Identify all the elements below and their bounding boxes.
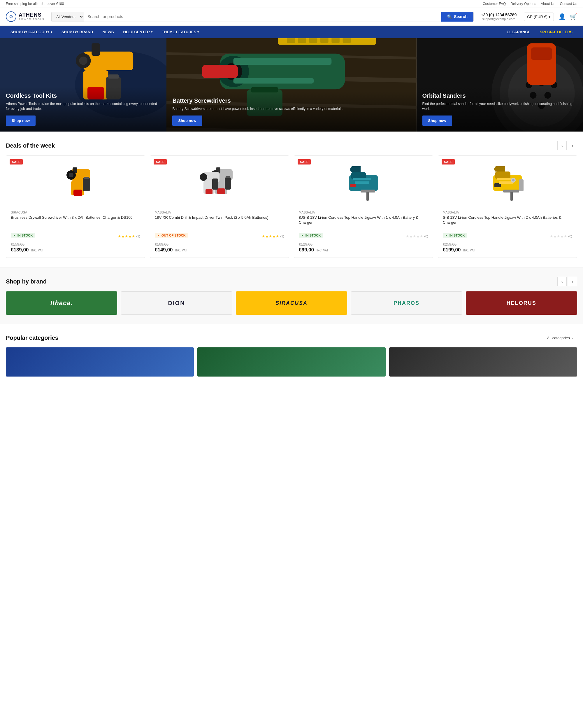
hero-card-1[interactable]: Cordless Tool Kits Athens Power Tools pr… <box>0 38 166 132</box>
nav-news[interactable]: NEWS <box>98 26 119 38</box>
logo-text: ATHENS POWER TOOLS <box>19 12 45 21</box>
product-reviews-4: (0) <box>568 234 572 238</box>
svg-rect-17 <box>287 38 295 43</box>
product-price-old-3: €129,00 <box>299 242 428 246</box>
search-input[interactable] <box>84 12 441 22</box>
popular-title: Popular categories <box>6 335 58 341</box>
svg-rect-18 <box>298 38 306 43</box>
product-stars-3: ★★★★★ <box>406 234 423 239</box>
product-brand-1: SIRACUSA <box>11 211 140 214</box>
logo-brand: ATHENS <box>19 12 45 18</box>
brands-header: Shop by brand ‹ › <box>6 277 577 286</box>
sale-badge-3: SALE <box>298 159 311 164</box>
chevron-down-icon: ▾ <box>197 30 199 33</box>
svg-rect-62 <box>205 189 213 194</box>
brand-siracusa[interactable]: SIRACUSA <box>236 291 347 315</box>
search-bar: All Vendors 🔍 Search <box>51 12 474 22</box>
category-card-2[interactable] <box>197 347 385 376</box>
hero-overlay-1: Cordless Tool Kits Athens Power Tools pr… <box>0 87 166 132</box>
deals-header: Deals of the week ‹ › <box>6 141 577 150</box>
hero-card-2[interactable]: Battery Screwdrivers Battery Screwdriver… <box>166 38 416 132</box>
nav-left: SHOP BY CATEGORY ▾ SHOP BY BRAND NEWS HE… <box>6 26 502 38</box>
nav-right: CLEARANCE SPECIAL OFFERS <box>502 26 577 38</box>
nav-shop-by-brand[interactable]: SHOP BY BRAND <box>57 26 98 38</box>
svg-rect-58 <box>226 176 230 178</box>
svg-rect-42 <box>531 47 552 60</box>
product-price-old-4: €259,00 <box>443 242 572 246</box>
svg-rect-69 <box>353 178 371 180</box>
link-customer-faq[interactable]: Customer FAQ <box>483 2 506 6</box>
nav-theme-features[interactable]: THEME FEATURES ▾ <box>157 26 203 38</box>
product-stars-1: ★★★★★ <box>118 234 135 239</box>
hero-title-3: Orbital Sanders <box>422 93 577 99</box>
deals-prev-arrow[interactable]: ‹ <box>557 141 567 150</box>
category-card-3[interactable] <box>389 347 577 376</box>
product-name-4: S-B 18V Li-ion Cordless Top Handle Jigsa… <box>443 215 572 230</box>
brand-ithaca[interactable]: Ithaca. <box>6 291 117 315</box>
phone-number: +30 (0) 1234 56789 <box>478 12 519 17</box>
svg-rect-48 <box>74 189 82 196</box>
brands-nav-arrows: ‹ › <box>557 277 577 286</box>
nav-shop-by-category[interactable]: SHOP BY CATEGORY ▾ <box>6 26 57 38</box>
all-categories-button[interactable]: All categories › <box>543 334 577 342</box>
sale-badge-4: SALE <box>442 159 455 164</box>
logo[interactable]: ⚙ ATHENS POWER TOOLS <box>6 11 47 22</box>
svg-rect-50 <box>84 177 89 179</box>
svg-rect-63 <box>212 179 218 189</box>
search-button[interactable]: 🔍 Search <box>441 12 473 22</box>
product-price-new-3: €99,00 INC. VAT <box>299 247 428 253</box>
brands-next-arrow[interactable]: › <box>568 277 577 286</box>
hero-btn-2[interactable]: Shop now <box>172 115 202 126</box>
search-icon: 🔍 <box>447 14 452 19</box>
logo-sub: POWER TOOLS <box>19 18 45 21</box>
cart-icon[interactable]: 🛒 <box>570 13 577 20</box>
link-delivery-options[interactable]: Delivery Options <box>510 2 536 6</box>
svg-point-46 <box>69 173 74 177</box>
support-email: support@example.com <box>478 17 519 21</box>
nav-special-offers[interactable]: SPECIAL OFFERS <box>535 26 577 38</box>
currency-selector[interactable]: GR (EUR €) ▾ <box>524 12 554 21</box>
nav-clearance[interactable]: CLEARANCE <box>502 26 535 38</box>
svg-rect-22 <box>343 38 351 43</box>
category-card-1[interactable] <box>6 347 194 376</box>
brand-helorus[interactable]: HELORUS <box>466 291 577 315</box>
top-bar-links: Customer FAQ Delivery Options About Us C… <box>483 2 577 6</box>
product-brand-2: MASSALIA <box>155 211 284 214</box>
svg-rect-57 <box>225 177 231 189</box>
svg-point-80 <box>512 179 515 181</box>
brand-pharos[interactable]: PHAROS <box>351 291 462 315</box>
hero-btn-1[interactable]: Shop now <box>6 115 35 126</box>
brand-dion[interactable]: DION <box>121 291 232 315</box>
sale-badge-2: SALE <box>154 159 167 164</box>
hero-card-3[interactable]: Orbital Sanders Find the perfect orbital… <box>417 38 583 132</box>
hero-btn-3[interactable]: Shop now <box>422 115 452 126</box>
popular-section: Popular categories All categories › <box>0 324 583 386</box>
hero-title-1: Cordless Tool Kits <box>6 93 161 99</box>
hero-desc-1: Athens Power Tools provide the most popu… <box>6 102 161 111</box>
svg-rect-77 <box>499 181 513 184</box>
product-price-old-2: €169,00 <box>155 242 284 246</box>
link-about-us[interactable]: About Us <box>541 2 555 6</box>
deals-title: Deals of the week <box>6 142 55 149</box>
arrow-right-icon: › <box>572 336 573 340</box>
product-reviews-3: (0) <box>424 234 428 238</box>
product-price-new-4: €199,00 INC. VAT <box>443 247 572 253</box>
hero-overlay-2: Battery Screwdrivers Battery Screwdriver… <box>166 92 416 132</box>
product-status-4: ● IN STOCK <box>443 233 467 238</box>
nav-help-center[interactable]: HELP CENTER ▾ <box>119 26 158 38</box>
product-price-old-1: €159,00 <box>11 242 140 246</box>
brands-prev-arrow[interactable]: ‹ <box>557 277 567 286</box>
shipping-notice: Free shipping for all orders over €100 <box>6 2 64 6</box>
hero-title-2: Battery Screwdrivers <box>172 98 411 104</box>
svg-rect-19 <box>309 38 317 43</box>
deals-next-arrow[interactable]: › <box>568 141 577 150</box>
chevron-down-icon: ▾ <box>151 30 152 33</box>
svg-rect-3 <box>91 43 100 56</box>
products-grid: SALE SIRACUSA Brushless Drywall Screwdri… <box>6 155 577 258</box>
deals-section: Deals of the week ‹ › SALE <box>0 132 583 267</box>
user-icon[interactable]: 👤 <box>558 13 566 20</box>
product-card-2: SALE <box>150 155 289 258</box>
vendor-select[interactable]: All Vendors <box>52 12 84 22</box>
link-contact-us[interactable]: Contact Us <box>560 2 577 6</box>
product-stars-2: ★★★★★ <box>262 234 279 239</box>
